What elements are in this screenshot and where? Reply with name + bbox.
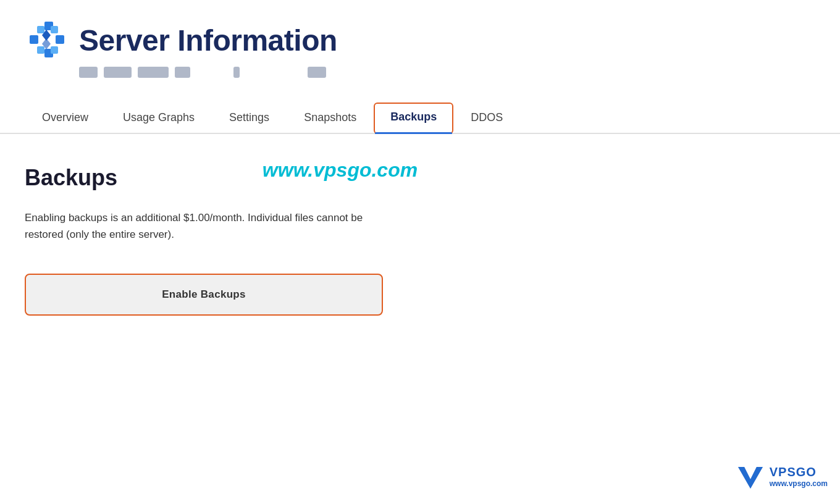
- info-block-2: [104, 67, 132, 78]
- svg-rect-4: [37, 26, 44, 33]
- svg-rect-7: [37, 46, 44, 54]
- server-info-blocks: [25, 67, 815, 78]
- app-logo-icon: [25, 19, 68, 62]
- vpsgo-logo-text: VPSGO www.vpsgo.com: [770, 464, 828, 488]
- tab-overview[interactable]: Overview: [25, 103, 106, 133]
- svg-rect-5: [51, 26, 58, 33]
- tab-usage-graphs[interactable]: Usage Graphs: [106, 103, 212, 133]
- header: Server Information: [0, 0, 840, 84]
- svg-rect-1: [56, 35, 64, 44]
- info-block-3: [138, 67, 169, 78]
- svg-rect-3: [30, 35, 38, 44]
- svg-marker-11: [738, 467, 763, 489]
- header-top: Server Information: [25, 19, 815, 62]
- backups-description: Enabling backups is an additional $1.00/…: [25, 209, 395, 243]
- enable-backups-button[interactable]: Enable Backups: [25, 274, 383, 316]
- tab-snapshots[interactable]: Snapshots: [287, 103, 374, 133]
- info-block-1: [79, 67, 98, 78]
- vpsgo-url: www.vpsgo.com: [770, 479, 828, 488]
- info-block-5: [233, 67, 240, 78]
- tab-settings[interactable]: Settings: [212, 103, 287, 133]
- backups-heading: Backups: [25, 165, 531, 191]
- tab-ddos[interactable]: DDOS: [453, 103, 520, 133]
- svg-rect-6: [51, 46, 58, 54]
- page-title: Server Information: [79, 23, 337, 57]
- vpsgo-brand: VPSGO: [770, 464, 828, 479]
- info-block-4: [175, 67, 190, 78]
- bottom-logo: VPSGO www.vpsgo.com: [735, 461, 828, 492]
- tab-backups[interactable]: Backups: [374, 103, 453, 134]
- main-content: www.vpsgo.com Backups Enabling backups i…: [0, 134, 556, 340]
- info-block-6: [308, 67, 326, 78]
- tab-navigation: Overview Usage Graphs Settings Snapshots…: [0, 103, 840, 134]
- vpsgo-logo-icon: [735, 461, 766, 492]
